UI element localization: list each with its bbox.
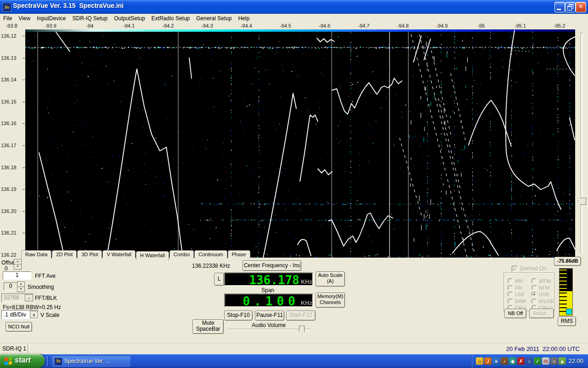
audio-volume-label: Audio Volume [227,322,310,328]
tab-combo[interactable]: Combo [170,250,194,259]
close-button[interactable]: ✕ [576,2,586,12]
offset-spinner[interactable]: ▲▼ [14,259,22,269]
tray-power-icon[interactable]: ▲ [559,357,566,365]
cursor-frequency-readout: 136.22338 KHz [192,263,230,269]
control-panel: Offset ▲▼ 0 1 FFT Ave 0 ▲▼ Smoothing 327… [0,259,588,342]
y-axis-tick [23,58,25,58]
title-bar[interactable]: Sv SpectraVue Ver. 3.15 SpectraVue.ini ✕ [0,0,588,14]
fft-blk-dropdown-arrow[interactable]: ▼ [25,294,33,301]
nco-null-button[interactable]: NCO Null [6,322,32,332]
demod-on-checkbox[interactable]: ✓ [512,266,518,272]
waterfall-trace [506,30,561,209]
top-axis: -93.8-93.9-94-94.1-94.2-94.3-94.4-94.5-9… [0,23,588,30]
menu-help[interactable]: Help [235,14,253,22]
stop-button[interactable]: Stop-F10 [224,310,253,321]
waterfall-trace [298,239,311,256]
tab-raw-data[interactable]: Raw Data [21,250,51,259]
tab-2d-plot[interactable]: 2D Plot [52,250,77,259]
menu-sdr-iq-setup[interactable]: SDR-IQ Setup [69,14,111,22]
menu-outputsetup[interactable]: OutputSetup [111,14,148,22]
x-axis-label: -94.8 [397,23,408,29]
tab-phase[interactable]: Phase [228,250,250,259]
mute-button[interactable]: MuteSpaceBar [192,319,224,334]
radio-mode-nfm[interactable]: NFM [531,283,550,289]
pause-button[interactable]: Pause-F11 [255,310,284,321]
x-axis-label: -94.4 [241,23,252,29]
tray-box-icon[interactable]: ◆ [509,357,516,365]
menu-view[interactable]: View [15,14,34,22]
waterfall-trace-layer [25,29,575,258]
center-frequency-button[interactable]: Center Frequency - Ins [243,260,301,271]
smoothing-spinner[interactable]: ▲▼ [17,282,25,292]
y-axis-label: 136.12 [1,33,17,39]
minimize-button[interactable] [554,2,565,12]
system-tray: 22:00 ☺J●♪◆✗⌂✓✉☼▲ [472,354,588,368]
x-axis-label: -95 [477,23,485,29]
waterfall-trace [570,118,575,140]
audio-volume-thumb[interactable] [299,326,305,334]
tray-aim-icon[interactable]: ☺ [476,357,483,365]
waterfall-scroll-thumb[interactable] [578,198,586,205]
x-axis-label: -94.3 [201,23,213,29]
menu-file[interactable]: File [0,14,15,22]
menu-extradio-setup[interactable]: ExtRadio Setup [148,14,193,22]
radio-mode-fm[interactable]: FM [508,283,522,289]
taskbar-task-spectravue[interactable]: Sv SpectraVue Ver. ... [51,356,130,367]
tray-update-icon[interactable]: ✓ [534,357,541,365]
waterfall-scroll-track[interactable] [581,32,582,254]
x-axis-label: -94 [86,23,93,29]
radio-mode-am[interactable]: AM [508,276,523,282]
menu-general-setup[interactable]: General Setup [193,14,235,22]
x-axis-label: -94.6 [319,23,330,29]
waterfall-display[interactable] [25,29,575,258]
radio-mode-lsb[interactable]: LSB [508,290,525,296]
tab-continuum[interactable]: Continuum [194,250,227,259]
waterfall-trace [56,32,70,52]
start-button[interactable]: Start-F12 [286,310,316,321]
nb-off-button[interactable]: NB Off [504,309,526,318]
tray-shield-icon[interactable]: ✗ [517,357,525,365]
windows-flag-icon [5,357,12,365]
tab-h-waterfall[interactable]: H Waterfall [136,251,169,260]
tray-java-icon[interactable]: J [484,357,492,365]
tab-v-waterfall[interactable]: V Waterfall [102,250,135,259]
tray-network-icon[interactable]: ⌂ [526,357,533,365]
smoothing-input[interactable]: 0 [4,282,17,291]
tray-volume-icon[interactable]: ♪ [501,357,508,365]
db-readout: -75.86dB [554,257,581,266]
vscale-dropdown-arrow[interactable]: ▼ [30,311,38,318]
tray-mail-icon[interactable]: ✉ [542,357,549,365]
y-axis-tick [23,233,25,233]
tray-messenger-icon[interactable]: ● [492,357,500,365]
waterfall-latest-line [25,29,575,32]
setup-button[interactable]: Setup... [529,309,554,318]
fft-blk-select[interactable]: 32768▼ [1,293,34,302]
waterfall-trace [469,100,511,146]
tray-sound-icon[interactable]: ☼ [550,357,558,365]
audio-volume-track[interactable] [227,329,310,330]
lock-button[interactable]: L [214,273,224,286]
fft-ave-input[interactable]: 1 [3,271,31,280]
status-divider [28,345,29,353]
tab-3d-plot[interactable]: 3D Plot [77,250,102,259]
status-device: SDR-IQ 1 [2,345,26,352]
radio-mode-wusb[interactable]: WUSB [531,297,554,303]
vscale-select[interactable]: .1 dB/Div▼ [1,310,39,319]
auto-scale-button[interactable]: Auto Scale(A) [316,271,345,287]
menu-bar: FileViewInputDeviceSDR-IQ SetupOutputSet… [0,14,588,23]
demod-on-label: Demod On [520,265,547,272]
radio-mode-sam[interactable]: SAM [508,297,526,303]
radio-mode-wfm[interactable]: WFM [531,276,551,282]
taskbar-clock[interactable]: 22:00 [568,357,583,364]
rms-button[interactable]: RMS [558,316,576,326]
span-display[interactable]: 0.100KHz [224,293,313,307]
restore-button[interactable] [565,2,576,12]
waterfall-trace [400,138,422,216]
memory-channels-button[interactable]: Memory(M)Channels [316,293,345,308]
start-button[interactable]: start [0,354,45,368]
radio-mode-usb[interactable]: USB [531,290,549,296]
frequency-display[interactable]: 136.178KHz [224,272,313,286]
x-axis-label: -93.8 [6,23,17,29]
menu-inputdevice[interactable]: InputDevice [34,14,69,22]
y-axis-label: 136.21 [1,230,17,236]
